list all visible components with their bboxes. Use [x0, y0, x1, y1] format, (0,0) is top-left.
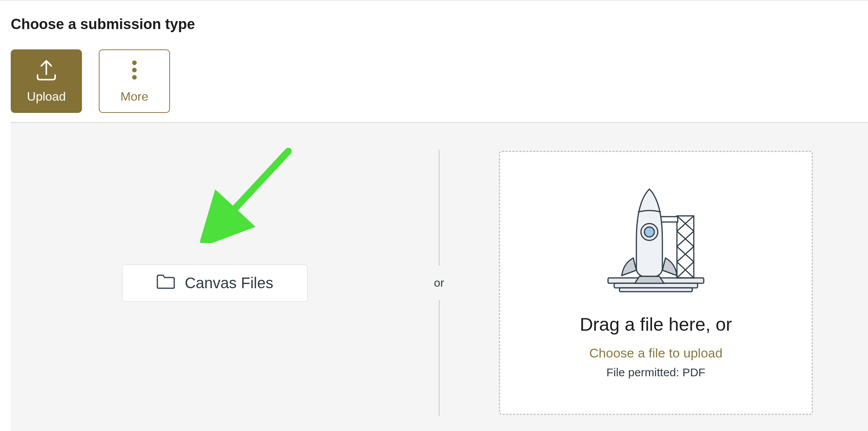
svg-rect-17 [659, 217, 678, 222]
upload-icon [34, 59, 58, 84]
rocket-illustration-icon [597, 187, 715, 299]
canvas-files-column: Canvas Files [11, 150, 419, 416]
tab-upload[interactable]: Upload [11, 49, 82, 113]
folder-icon [156, 273, 175, 293]
dropzone-column: Drag a file here, or Choose a file to up… [459, 150, 868, 416]
tab-more[interactable]: More [99, 49, 170, 113]
svg-point-1 [132, 68, 137, 72]
file-permitted-text: File permitted: PDF [606, 366, 705, 379]
svg-rect-6 [614, 283, 698, 288]
more-vertical-icon [131, 59, 137, 84]
file-dropzone[interactable]: Drag a file here, or Choose a file to up… [499, 151, 813, 415]
svg-point-19 [644, 227, 654, 237]
or-label: or [434, 266, 444, 300]
or-separator: or [419, 150, 459, 416]
tab-more-label: More [121, 90, 149, 104]
vertical-line-bottom [439, 300, 440, 416]
tab-upload-label: Upload [27, 90, 65, 104]
header: Choose a submission type [0, 1, 868, 39]
page-heading: Choose a submission type [11, 16, 857, 33]
svg-point-0 [132, 60, 137, 65]
vertical-line-top [439, 150, 440, 266]
svg-rect-7 [620, 288, 692, 292]
svg-rect-8 [677, 216, 694, 278]
upload-panel: Canvas Files or [11, 123, 868, 431]
canvas-files-label: Canvas Files [185, 274, 273, 292]
dropzone-drag-text: Drag a file here, or [580, 314, 732, 335]
submission-type-tabs: Upload More [0, 39, 868, 113]
svg-point-2 [132, 75, 137, 80]
canvas-files-button[interactable]: Canvas Files [122, 264, 307, 302]
choose-file-link[interactable]: Choose a file to upload [589, 346, 723, 361]
